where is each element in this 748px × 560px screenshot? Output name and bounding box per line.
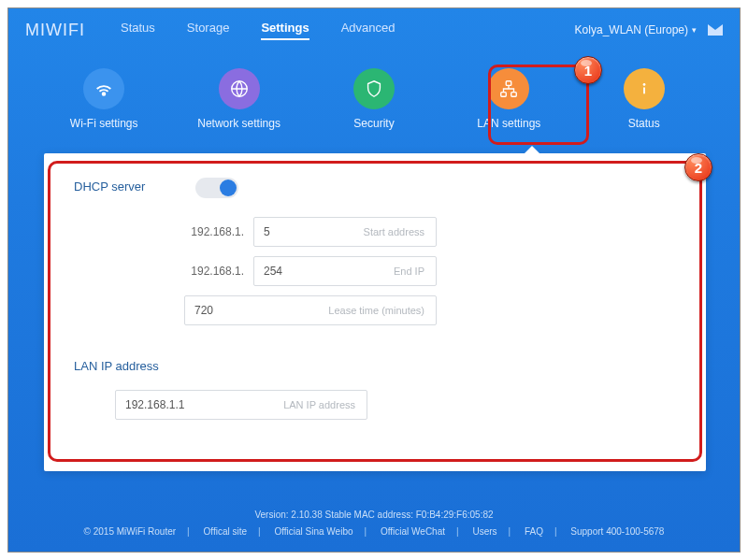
logo: MIWIFI bbox=[25, 21, 85, 40]
lease-hint: Lease time (minutes) bbox=[226, 305, 436, 316]
subnav-status-label: Status bbox=[628, 117, 660, 130]
main-nav: Status Storage Settings Advanced bbox=[121, 21, 396, 40]
footer-link-faq[interactable]: FAQ bbox=[519, 526, 549, 537]
lease-input[interactable] bbox=[185, 304, 226, 317]
end-ip-prefix: 192.168.1. bbox=[184, 265, 244, 278]
globe-icon bbox=[219, 68, 260, 109]
chevron-down-icon: ▾ bbox=[692, 25, 697, 35]
lan-icon bbox=[488, 68, 529, 109]
nav-settings[interactable]: Settings bbox=[261, 21, 309, 40]
lan-ip-field[interactable]: LAN IP address bbox=[115, 390, 367, 420]
subnav-lan-label: LAN settings bbox=[477, 117, 540, 130]
svg-rect-2 bbox=[507, 81, 512, 86]
nav-advanced[interactable]: Advanced bbox=[341, 21, 396, 40]
footer-link-support[interactable]: Support 400-100-5678 bbox=[565, 526, 669, 537]
info-icon bbox=[624, 68, 665, 109]
footer-links: © 2015 MiWiFi Router| Offical site| Offi… bbox=[8, 524, 740, 540]
mail-icon[interactable] bbox=[708, 24, 723, 36]
footer-link-site[interactable]: Offical site bbox=[198, 526, 253, 537]
footer-link-weibo[interactable]: Official Sina Weibo bbox=[268, 526, 358, 537]
annotation-badge-2: 2 bbox=[684, 153, 712, 181]
subnav-security-label: Security bbox=[353, 117, 394, 130]
subnav-lan[interactable]: LAN settings bbox=[457, 68, 560, 130]
annotation-badge-1: 1 bbox=[574, 56, 602, 84]
subnav-network-label: Network settings bbox=[197, 117, 280, 130]
footer-version: Version: 2.10.38 Stable MAC address: F0:… bbox=[8, 507, 740, 524]
app-frame: MIWIFI Status Storage Settings Advanced … bbox=[7, 7, 741, 553]
start-ip-prefix: 192.168.1. bbox=[184, 225, 244, 238]
lan-section-title: LAN IP address bbox=[74, 359, 682, 373]
start-ip-field[interactable]: Start address bbox=[253, 217, 437, 247]
dhcp-section-title: DHCP server bbox=[74, 179, 145, 194]
dhcp-toggle[interactable] bbox=[195, 178, 238, 198]
nav-storage[interactable]: Storage bbox=[187, 21, 230, 40]
svg-rect-4 bbox=[511, 93, 517, 97]
shield-icon bbox=[353, 68, 395, 109]
lease-field[interactable]: Lease time (minutes) bbox=[184, 295, 437, 325]
footer-link-wechat[interactable]: Official WeChat bbox=[375, 526, 451, 537]
subnav-status[interactable]: Status bbox=[593, 68, 696, 130]
end-ip-field[interactable]: End IP bbox=[253, 256, 437, 286]
subnav-network[interactable]: Network settings bbox=[188, 68, 291, 130]
settings-panel: DHCP server 192.168.1. Start address 192… bbox=[44, 153, 706, 471]
footer-link-users[interactable]: Users bbox=[467, 526, 502, 537]
footer-copyright: © 2015 MiWiFi Router bbox=[79, 526, 182, 537]
lan-ip-hint: LAN IP address bbox=[209, 399, 367, 410]
svg-point-0 bbox=[103, 93, 106, 95]
subnav-security[interactable]: Security bbox=[323, 68, 425, 130]
end-ip-input[interactable] bbox=[254, 265, 295, 278]
end-ip-hint: End IP bbox=[295, 266, 436, 277]
start-ip-input[interactable] bbox=[254, 225, 295, 238]
account-name: Kolya_WLAN (Europe) bbox=[575, 23, 688, 36]
subnav-wifi-label: Wi-Fi settings bbox=[70, 117, 138, 130]
top-bar: MIWIFI Status Storage Settings Advanced … bbox=[8, 8, 740, 51]
lan-ip-input[interactable] bbox=[116, 398, 209, 411]
subnav-wifi[interactable]: Wi-Fi settings bbox=[52, 68, 155, 130]
svg-point-5 bbox=[642, 83, 645, 86]
account-menu[interactable]: Kolya_WLAN (Europe) ▾ bbox=[575, 23, 697, 36]
svg-rect-3 bbox=[501, 93, 507, 97]
start-ip-hint: Start address bbox=[295, 226, 436, 237]
footer: Version: 2.10.38 Stable MAC address: F0:… bbox=[8, 507, 740, 540]
nav-status[interactable]: Status bbox=[121, 21, 155, 40]
wifi-icon bbox=[83, 68, 124, 109]
settings-subnav: Wi-Fi settings Network settings Security… bbox=[8, 51, 740, 151]
svg-rect-6 bbox=[643, 87, 645, 93]
